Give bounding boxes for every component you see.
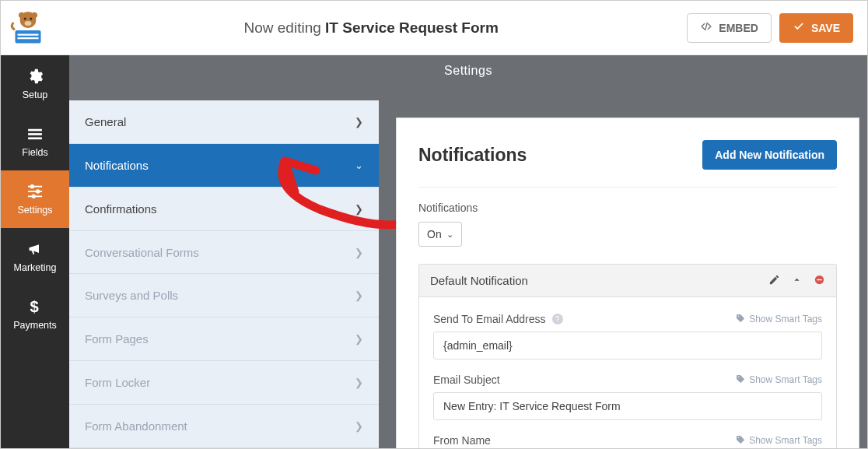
subnav-label: Notifications [85, 159, 149, 172]
save-label: SAVE [811, 22, 840, 34]
add-notification-button[interactable]: Add New Notification [702, 140, 837, 170]
rail-label: Settings [17, 205, 52, 216]
rail-setup[interactable]: Setup [1, 55, 69, 113]
save-button[interactable]: SAVE [779, 13, 853, 43]
chevron-right-icon: ❯ [355, 116, 363, 128]
svg-rect-12 [28, 137, 42, 139]
smart-tags-label: Show Smart Tags [749, 374, 822, 385]
editing-title: Now editing IT Service Request Form [55, 19, 687, 37]
tag-icon [736, 374, 745, 386]
chevron-right-icon: ❯ [355, 289, 363, 301]
list-icon [26, 125, 44, 142]
gear-icon [26, 68, 44, 85]
default-notification-card: Default Notification [418, 264, 837, 448]
settings-subnav: General ❯ Notifications ⌄ Confirmations … [69, 86, 379, 448]
bullhorn-icon [26, 240, 44, 258]
send-to-label: Send To Email Address [433, 313, 546, 325]
editing-prefix: Now editing [243, 19, 320, 36]
notifications-panel: Notifications Add New Notification Notif… [396, 118, 859, 448]
dollar-icon: $ [26, 298, 44, 315]
add-label: Add New Notification [715, 149, 824, 161]
chevron-right-icon: ❯ [355, 203, 363, 215]
svg-rect-11 [28, 133, 42, 135]
tag-icon [736, 314, 745, 325]
subnav-conversational[interactable]: Conversational Forms ❯ [69, 231, 379, 275]
smart-tags-toggle[interactable]: Show Smart Tags [736, 314, 822, 325]
svg-rect-8 [18, 37, 39, 39]
svg-point-2 [32, 12, 38, 18]
rail-payments[interactable]: $ Payments [1, 286, 69, 343]
svg-point-16 [36, 189, 40, 193]
chevron-right-icon: ❯ [355, 247, 363, 258]
smart-tags-toggle[interactable]: Show Smart Tags [736, 435, 822, 447]
from-name-label: From Name [433, 434, 491, 447]
section-title: Settings [69, 55, 867, 86]
chevron-down-icon: ⌄ [355, 160, 363, 171]
subnav-form-pages[interactable]: Form Pages ❯ [69, 317, 379, 361]
left-rail: Setup Fields Settings Marketing $ Paymen… [1, 55, 69, 448]
rail-fields[interactable]: Fields [1, 113, 69, 170]
notification-card-title: Default Notification [430, 274, 528, 287]
svg-rect-10 [28, 129, 42, 132]
chevron-right-icon: ❯ [355, 420, 363, 432]
check-icon [793, 21, 805, 34]
svg-point-4 [30, 17, 32, 19]
notifications-toggle[interactable]: On ⌄ [418, 222, 462, 247]
subnav-notifications[interactable]: Notifications ⌄ [69, 144, 379, 188]
smart-tags-label: Show Smart Tags [749, 435, 822, 446]
code-icon [700, 21, 712, 34]
smart-tags-toggle[interactable]: Show Smart Tags [736, 374, 822, 386]
subnav-form-abandonment[interactable]: Form Abandonment ❯ [69, 405, 379, 448]
chevron-right-icon: ❯ [355, 333, 363, 345]
subject-label: Email Subject [433, 374, 500, 386]
svg-point-18 [31, 195, 35, 198]
subnav-label: Form Abandonment [85, 419, 187, 433]
svg-rect-21 [817, 279, 821, 279]
send-to-input[interactable] [433, 331, 822, 360]
rail-label: Payments [13, 320, 57, 331]
svg-point-1 [19, 12, 25, 18]
panel-title: Notifications [418, 145, 527, 166]
subnav-label: Confirmations [85, 202, 157, 216]
subject-input[interactable] [433, 392, 822, 420]
edit-icon[interactable] [768, 274, 780, 288]
rail-label: Fields [22, 147, 47, 158]
rail-label: Setup [23, 89, 48, 100]
subnav-form-locker[interactable]: Form Locker ❯ [69, 361, 379, 405]
svg-point-5 [25, 21, 32, 26]
collapse-icon[interactable] [791, 274, 803, 288]
smart-tags-label: Show Smart Tags [749, 314, 822, 324]
subnav-surveys[interactable]: Surveys and Polls ❯ [69, 274, 379, 317]
rail-label: Marketing [14, 262, 57, 273]
embed-label: EMBED [719, 22, 758, 34]
chevron-down-icon: ⌄ [446, 230, 453, 240]
subnav-label: Surveys and Polls [85, 289, 178, 302]
svg-point-3 [24, 17, 26, 19]
tag-icon [736, 435, 745, 447]
svg-rect-6 [16, 30, 41, 44]
subnav-label: General [85, 115, 126, 128]
svg-point-14 [30, 184, 34, 188]
subnav-general[interactable]: General ❯ [69, 100, 379, 144]
form-name: IT Service Request Form [325, 19, 499, 36]
help-icon[interactable]: ? [552, 314, 563, 324]
subnav-confirmations[interactable]: Confirmations ❯ [69, 188, 379, 231]
subnav-label: Form Pages [85, 332, 149, 346]
topbar: Now editing IT Service Request Form EMBE… [1, 1, 867, 55]
svg-rect-7 [18, 33, 39, 35]
app-logo [1, 2, 55, 53]
toggle-value: On [427, 228, 442, 240]
sliders-icon [26, 183, 44, 200]
rail-marketing[interactable]: Marketing [1, 228, 69, 286]
delete-icon[interactable] [814, 274, 825, 288]
svg-line-9 [705, 23, 707, 30]
embed-button[interactable]: EMBED [687, 13, 772, 43]
svg-text:$: $ [30, 298, 39, 315]
toggle-label: Notifications [418, 202, 837, 214]
subnav-label: Form Locker [85, 376, 150, 389]
subnav-label: Conversational Forms [85, 246, 199, 259]
chevron-right-icon: ❯ [355, 377, 363, 388]
rail-settings[interactable]: Settings [1, 170, 69, 228]
